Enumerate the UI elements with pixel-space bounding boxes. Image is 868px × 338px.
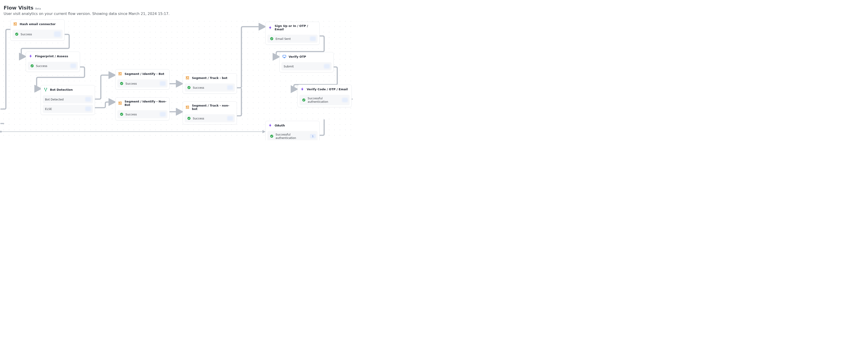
node-row[interactable]: Submit <box>281 62 332 71</box>
check-circle-icon <box>120 81 124 86</box>
svg-point-3 <box>44 88 45 88</box>
check-circle-icon <box>187 86 191 90</box>
check-circle-icon <box>302 98 306 102</box>
node-row[interactable]: Success <box>117 110 167 118</box>
row-label: Success <box>125 113 137 116</box>
node-title: Segment / Track - bot <box>192 76 227 80</box>
row-label: Submit <box>284 65 293 68</box>
node-row[interactable]: Successful authentication 1 <box>268 131 318 140</box>
monitor-icon <box>282 55 286 59</box>
check-circle-icon <box>270 134 274 138</box>
metric-chip <box>342 98 348 102</box>
node-signup-otp-email[interactable]: Sign Up or In / OTP / Email Email Sent <box>266 22 320 45</box>
bolt-icon <box>268 123 272 128</box>
page: Flow Visits Beta User visit analytics on… <box>0 0 352 140</box>
beta-badge: Beta <box>35 7 41 10</box>
metric-chip <box>227 85 233 90</box>
node-verify-code-otp-email[interactable]: Verify Code / OTP / Email Successful aut… <box>298 85 352 107</box>
node-hash-email-connector[interactable]: Hash email connector Success <box>10 20 65 41</box>
row-label: Success <box>193 86 204 89</box>
node-oauth[interactable]: OAuth Successful authentication 1 <box>266 121 320 140</box>
svg-rect-11 <box>283 55 286 57</box>
node-title: OAuth <box>275 124 285 127</box>
bolt-icon <box>301 87 305 91</box>
puzzle-icon <box>186 105 190 109</box>
svg-point-4 <box>46 88 47 88</box>
node-verify-otp[interactable]: Verify OTP Submit <box>279 52 334 73</box>
node-title: Segment / Identify - Non-Bot <box>125 100 166 107</box>
row-label: Success <box>36 64 47 68</box>
node-title: Hash email connector <box>20 22 56 26</box>
metric-chip <box>310 36 316 41</box>
page-subtitle: User visit analytics on your current flo… <box>4 11 349 16</box>
node-row[interactable]: Email Sent <box>268 35 318 43</box>
metric-chip <box>160 81 166 86</box>
node-fingerprint-assess[interactable]: Fingerprint / Assess Success <box>26 52 80 72</box>
row-label: Success <box>125 82 137 85</box>
page-title: Flow Visits <box>4 5 33 11</box>
page-header: Flow Visits Beta User visit analytics on… <box>0 0 352 16</box>
node-segment-identify-bot[interactable]: Segment / Identify - Bot Success <box>115 69 169 90</box>
node-row[interactable]: Success <box>117 79 167 88</box>
node-segment-identify-non-bot[interactable]: Segment / Identify - Non-Bot Success <box>115 97 169 120</box>
branch-icon <box>43 88 48 92</box>
check-circle-icon <box>120 112 124 116</box>
node-title: Verify Code / OTP / Email <box>307 88 348 91</box>
metric-chip <box>70 63 76 68</box>
node-row[interactable]: Successful authentication <box>300 95 350 105</box>
check-circle-icon <box>270 37 274 41</box>
metric-chip <box>85 97 91 102</box>
node-title: Segment / Track - non-bot <box>192 104 234 111</box>
metric-chip: 1 <box>310 134 316 138</box>
metric-chip <box>227 116 233 120</box>
check-circle-icon <box>30 64 34 68</box>
flow-canvas[interactable]: Hash email connector Success <box>0 18 352 140</box>
node-row[interactable]: Success <box>28 62 78 70</box>
node-title: Verify OTP <box>289 55 306 58</box>
node-row[interactable]: Success <box>185 114 235 122</box>
bolt-icon <box>29 54 33 58</box>
puzzle-icon <box>118 72 122 76</box>
bolt-icon <box>268 26 272 30</box>
svg-point-5 <box>45 91 46 91</box>
check-circle-icon <box>187 116 191 120</box>
row-label: Success <box>193 117 204 120</box>
node-title: Sign Up or In / OTP / Email <box>275 24 317 31</box>
node-row[interactable]: Success <box>12 30 63 39</box>
puzzle-icon <box>13 22 18 26</box>
puzzle-icon <box>118 101 122 105</box>
node-title: Segment / Identify - Bot <box>125 72 164 76</box>
metric-chip <box>54 31 61 37</box>
metric-chip <box>160 112 166 116</box>
node-row[interactable]: ELSE <box>43 105 93 113</box>
metric-chip <box>324 64 330 68</box>
row-label: ELSE <box>45 107 52 111</box>
node-row[interactable]: Bot Detected <box>43 95 93 104</box>
row-label: Bot Detected <box>45 98 64 101</box>
node-bot-detection[interactable]: Bot Detection Bot Detected ELSE <box>41 85 95 115</box>
node-segment-track-non-bot[interactable]: Segment / Track - non-bot Success <box>183 101 237 124</box>
node-title: Fingerprint / Assess <box>35 55 68 58</box>
svg-point-0 <box>0 131 2 133</box>
puzzle-icon <box>186 76 190 80</box>
node-row[interactable]: Success <box>185 83 235 92</box>
row-label: Successful authentication <box>276 133 310 140</box>
row-label: Success <box>21 33 32 36</box>
check-circle-icon <box>15 32 19 36</box>
metric-chip <box>85 107 91 111</box>
node-segment-track-bot[interactable]: Segment / Track - bot Success <box>183 73 237 94</box>
node-title: Bot Detection <box>50 88 73 91</box>
row-label: Successful authentication <box>308 96 342 104</box>
row-label: Email Sent <box>276 37 291 40</box>
